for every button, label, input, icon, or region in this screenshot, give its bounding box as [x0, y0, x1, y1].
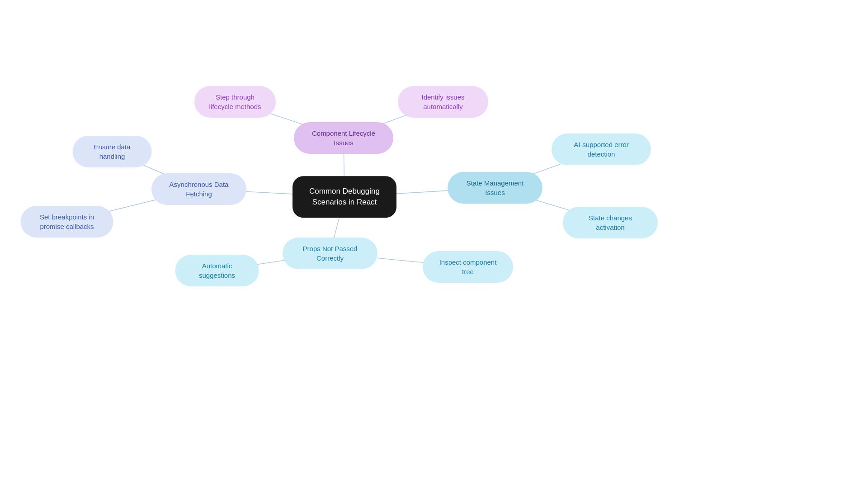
node-state-changes[interactable]: State changes activation — [563, 207, 658, 238]
node-identify-issues[interactable]: Identify issues automatically — [398, 86, 488, 118]
node-async-fetching[interactable]: Asynchronous Data Fetching — [151, 173, 246, 205]
mind-map: Common Debugging Scenarios in ReactCompo… — [0, 0, 868, 490]
node-props-not-passed[interactable]: Props Not Passed Correctly — [283, 238, 377, 269]
node-state-mgmt[interactable]: State Management Issues — [448, 172, 542, 204]
node-inspect-tree[interactable]: Inspect component tree — [423, 251, 513, 283]
node-lifecycle[interactable]: Component Lifecycle Issues — [294, 122, 393, 154]
node-step-lifecycle[interactable]: Step through lifecycle methods — [194, 86, 276, 118]
node-auto-suggestions[interactable]: Automatic suggestions — [175, 255, 259, 286]
center-node[interactable]: Common Debugging Scenarios in React — [292, 176, 396, 218]
node-breakpoints[interactable]: Set breakpoints in promise callbacks — [21, 206, 113, 238]
node-ai-detection[interactable]: AI-supported error detection — [552, 133, 651, 165]
node-ensure-data[interactable]: Ensure data handling — [73, 136, 152, 167]
connection-lines — [0, 0, 868, 490]
